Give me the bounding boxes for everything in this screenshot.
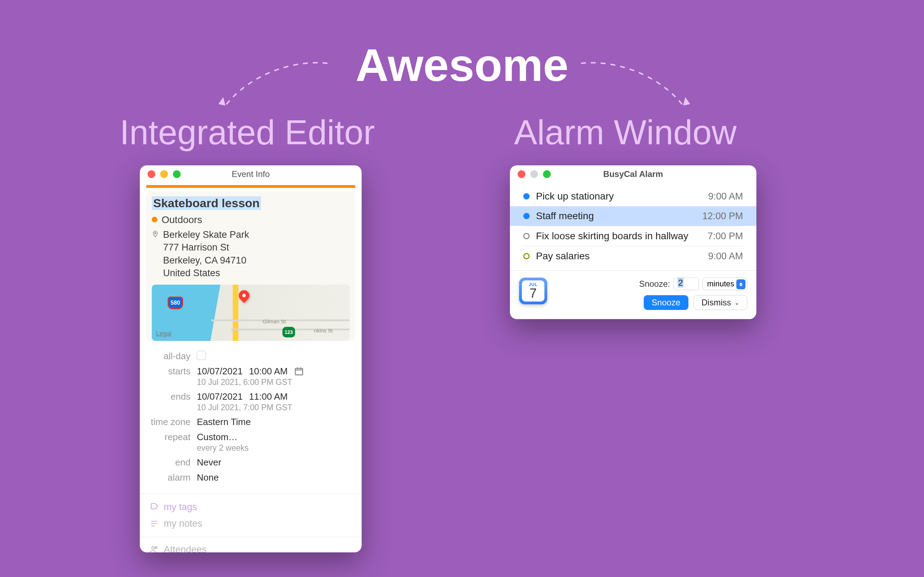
location-field[interactable]: Berkeley Skate Park 777 Harrison St Berk…: [163, 228, 249, 280]
repeat-end-label: end: [148, 457, 191, 468]
status-dot-icon: [523, 193, 530, 200]
snooze-unit-select[interactable]: minutes: [703, 277, 747, 290]
alarm-item-title: Pick up stationary: [536, 191, 702, 202]
repeat-summary: every 2 weeks: [197, 443, 353, 453]
snooze-button[interactable]: Snooze: [644, 295, 688, 310]
event-editor-window: Event Info Skateboard lesson Outdoors Be…: [140, 165, 362, 552]
calendar-select[interactable]: Outdoors: [162, 214, 202, 226]
svg-point-0: [155, 232, 156, 234]
allday-label: all-day: [148, 351, 191, 362]
titlebar: Event Info: [140, 165, 362, 183]
alarm-label: alarm: [148, 472, 191, 483]
calendar-color-bar: [146, 185, 355, 188]
snooze-label: Snooze:: [639, 279, 670, 289]
starts-time-input[interactable]: 10:00 AM: [249, 366, 288, 377]
alarm-footer: JUL 7 Snooze: 2 minutes Snooze Dismiss ⌄: [510, 270, 756, 310]
map-street-label: nkins St: [314, 327, 333, 334]
tags-input[interactable]: my tags: [146, 499, 355, 516]
map-legal-link[interactable]: Legal: [156, 330, 171, 337]
ends-time-input[interactable]: 11:00 AM: [249, 391, 288, 402]
repeat-label: repeat: [148, 432, 191, 443]
svg-point-2: [152, 547, 155, 550]
location-map[interactable]: 580 123 Gilman St nkins St Legal: [152, 285, 350, 341]
timezone-select[interactable]: Eastern Time: [197, 417, 353, 427]
repeat-select[interactable]: Custom…: [197, 432, 353, 443]
svg-rect-1: [296, 368, 303, 375]
attendees-input[interactable]: Attendees: [146, 544, 355, 552]
event-fields: all-day starts 10/07/2021 10:00 AM 10 Ju…: [140, 341, 362, 489]
alarm-item-time: 9:00 AM: [708, 191, 743, 202]
repeat-end-select[interactable]: Never: [197, 457, 353, 468]
dismiss-button[interactable]: Dismiss ⌄: [693, 295, 747, 310]
starts-label: starts: [148, 366, 191, 377]
alarm-window: BusyCal Alarm Pick up stationary9:00 AMS…: [510, 165, 756, 319]
tag-icon: [150, 503, 159, 512]
event-title-input[interactable]: Skateboard lesson: [152, 196, 261, 210]
timezone-label: time zone: [148, 417, 191, 427]
ends-label: ends: [148, 391, 191, 402]
starts-alt-tz: 10 Jul 2021, 6:00 PM GST: [197, 377, 353, 387]
window-title: BusyCal Alarm: [510, 169, 756, 179]
date-badge-day: 7: [530, 287, 537, 300]
alarm-select[interactable]: None: [197, 472, 353, 483]
map-route-shield-icon: 580: [168, 297, 183, 309]
alarm-item-title: Staff meeting: [536, 210, 696, 222]
map-street-label: Gilman St: [263, 318, 286, 324]
hero-title: Awesome: [355, 39, 569, 92]
chevron-down-icon: ⌄: [735, 300, 739, 306]
location-pin-icon: [152, 230, 159, 237]
event-card: Skateboard lesson Outdoors Berkeley Skat…: [146, 192, 355, 341]
alarm-item[interactable]: Staff meeting12:00 PM: [510, 206, 756, 226]
alarm-item-time: 7:00 PM: [708, 231, 743, 242]
arrow-left: [211, 53, 331, 116]
ends-date-input[interactable]: 10/07/2021: [197, 391, 242, 402]
people-icon: [150, 545, 159, 552]
ends-alt-tz: 10 Jul 2021, 7:00 PM GST: [197, 403, 353, 413]
alarm-item[interactable]: Fix loose skirting boards in hallway7:00…: [510, 226, 756, 246]
hero-subtitle-left: Integrated Editor: [120, 113, 375, 152]
chevron-updown-icon: [736, 279, 745, 289]
titlebar: BusyCal Alarm: [510, 165, 756, 183]
notes-icon: [150, 519, 159, 528]
alarm-item[interactable]: Pay salaries9:00 AM: [510, 246, 756, 266]
alarm-item-time: 12:00 PM: [702, 211, 743, 222]
alarm-item-time: 9:00 AM: [708, 251, 743, 262]
svg-point-3: [155, 547, 157, 548]
allday-checkbox[interactable]: [197, 351, 206, 360]
map-pin-icon: [237, 288, 251, 303]
window-title: Event Info: [140, 169, 362, 179]
notes-input[interactable]: my notes: [146, 516, 355, 532]
map-route-shield-icon: 123: [283, 327, 295, 337]
calendar-dot-icon: [152, 217, 157, 222]
status-dot-icon: [523, 253, 530, 259]
date-badge: JUL 7: [519, 277, 547, 304]
status-dot-icon: [523, 233, 530, 239]
alarm-list: Pick up stationary9:00 AMStaff meeting12…: [510, 183, 756, 266]
alarm-item-title: Pay salaries: [536, 250, 702, 262]
snooze-duration-input[interactable]: 2: [674, 277, 699, 290]
hero-subtitle-right: Alarm Window: [514, 113, 737, 152]
status-dot-icon: [523, 213, 530, 219]
arrow-right: [577, 53, 697, 116]
starts-date-input[interactable]: 10/07/2021: [197, 366, 242, 377]
alarm-item-title: Fix loose skirting boards in hallway: [536, 230, 701, 242]
calendar-picker-icon[interactable]: [294, 366, 304, 376]
alarm-item[interactable]: Pick up stationary9:00 AM: [510, 187, 756, 206]
